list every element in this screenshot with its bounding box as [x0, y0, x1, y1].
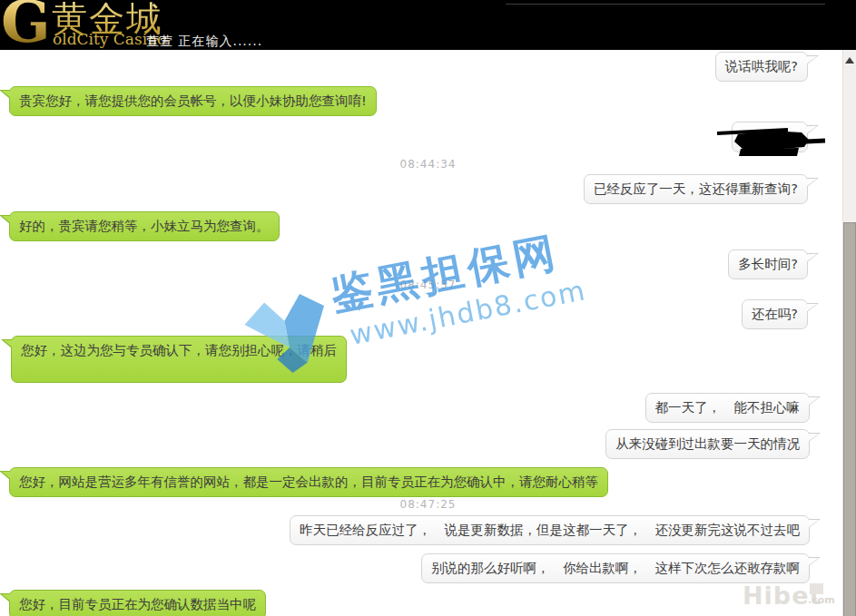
chat-bubble-user: 说话哄我呢? [715, 52, 808, 82]
scroll-up-arrow-icon[interactable] [845, 57, 854, 64]
scrollbar-thumb[interactable] [843, 222, 856, 616]
timestamp: 08:45:57 [0, 279, 856, 291]
chat-bubble-user: 多长时间? [728, 249, 808, 279]
scrollbar-track[interactable] [842, 50, 856, 616]
chat-bubble-user: 别说的那么好听啊， 你给出款啊， 这样下次怎么还敢存款啊 [421, 553, 810, 583]
redaction-scribble [715, 123, 829, 158]
chat-bubble-service: 贵宾您好，请您提供您的会员帐号，以便小妹协助您查询唷! [9, 86, 377, 116]
corner-watermark-suffix: .com [808, 594, 835, 606]
header-bar: G 黄金城 oldCity Casino 萱萱 正在输入...... [0, 0, 856, 50]
timestamp: 08:44:34 [0, 158, 856, 171]
chat-bubble-service: 好的，贵宾请您稍等，小妹立马为您查询。 [9, 211, 280, 241]
chat-bubble-service: 您好，目前专员正在为您确认数据当中呢 [9, 590, 266, 616]
chat-bubble-user: 还在吗? [742, 299, 808, 329]
chat-bubble-user: 都一天了， 能不担心嘛 [645, 393, 811, 423]
watermark-site-name: 鉴黑担保网 [326, 224, 564, 324]
chat-bubble-user: 已经反应了一天，这还得重新查询? [584, 174, 808, 204]
chat-bubble-user: 昨天已经给反应过了， 说是更新数据，但是这都一天了， 还没更新完这说不过去吧 [290, 515, 810, 545]
chat-bubble-service: 您好，这边为您与专员确认下，请您别担心呢，请稍后 [11, 336, 347, 383]
goldcity-logo-icon: G [1, 0, 51, 55]
stamp-decoration [810, 583, 823, 594]
timestamp: 08:47:25 [0, 498, 856, 511]
header-divider-line [506, 4, 825, 5]
chat-bubble-service: 您好，网站是营运多年有信誉的网站，都是一定会出款的，目前专员正在为您确认中，请您… [9, 467, 608, 497]
chat-bubble-user: 从来没碰到过出款要一天的情况 [605, 429, 810, 459]
agent-typing-status: 萱萱 正在输入...... [146, 34, 262, 50]
corner-watermark: Hibet .com [743, 582, 822, 610]
